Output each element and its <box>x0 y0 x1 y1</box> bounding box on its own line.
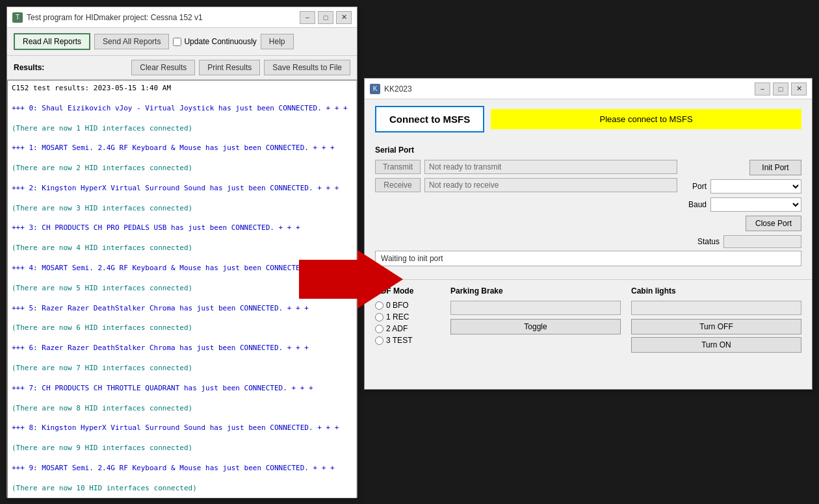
waiting-bar <box>375 251 801 266</box>
results-bar: Results: Clear Results Print Results Sav… <box>7 56 357 80</box>
status-row: Status <box>697 235 801 248</box>
turn-on-button[interactable]: Turn ON <box>631 337 801 353</box>
update-continuously-checkbox[interactable] <box>173 38 181 46</box>
titlebar1: T Test program for HIDmaker project: Ces… <box>7 7 357 28</box>
port-row: Port <box>684 179 801 194</box>
adf-radio-1[interactable] <box>375 313 384 321</box>
parking-brake-input <box>450 301 621 315</box>
close-button1[interactable]: ✕ <box>336 11 352 24</box>
help-button[interactable]: Help <box>261 34 294 49</box>
transmit-button: Transmit <box>375 160 421 174</box>
maximize-button2[interactable]: □ <box>773 82 788 95</box>
titlebar-controls1: − □ ✕ <box>300 11 352 24</box>
toolbar1: Read All Reports Send All Reports Update… <box>7 28 357 56</box>
baud-select[interactable] <box>710 197 801 212</box>
app-icon1: T <box>12 12 23 23</box>
clear-results-button[interactable]: Clear Results <box>131 60 195 75</box>
serial-grid: Transmit Receive Init Port Port <box>375 160 801 248</box>
send-all-reports-button[interactable]: Send All Reports <box>94 34 169 49</box>
results-label: Results: <box>14 63 127 72</box>
receive-status-input <box>424 178 677 192</box>
adf-radio-3[interactable] <box>375 336 384 345</box>
adf-option-1[interactable]: 1 REC <box>375 312 440 321</box>
adf-option-2[interactable]: 2 ADF <box>375 324 440 333</box>
update-continuously-label[interactable]: Update Continuously <box>173 37 256 46</box>
window2-title: KK2023 <box>384 84 755 94</box>
minimize-button2[interactable]: − <box>755 82 770 95</box>
adf-radio-2[interactable] <box>375 325 384 333</box>
serial-port-label: Serial Port <box>375 145 801 155</box>
connect-msfs-button[interactable]: Connect to MSFS <box>375 106 484 132</box>
transmit-status-input <box>424 160 677 174</box>
parking-brake-title: Parking Brake <box>450 286 621 296</box>
bottom-section: ADF Mode 0 BFO1 REC2 ADF3 TEST Parking B… <box>365 279 812 362</box>
cabin-section: Cabin lights Turn OFF Turn ON <box>631 286 801 355</box>
serial-section: Serial Port Transmit Receive Init Port <box>375 145 801 266</box>
titlebar2: K KK2023 − □ ✕ <box>365 79 812 99</box>
update-continuously-text: Update Continuously <box>184 37 256 46</box>
close-port-button[interactable]: Close Port <box>746 216 801 231</box>
titlebar-controls2: − □ ✕ <box>755 82 807 95</box>
baud-label: Baud <box>684 200 707 209</box>
red-arrow <box>299 247 403 312</box>
port-label: Port <box>684 182 707 191</box>
parking-section: Parking Brake Toggle <box>450 286 621 355</box>
connect-row: Connect to MSFS Please connect to MSFS <box>375 106 801 132</box>
receive-row: Receive <box>375 178 677 192</box>
init-port-button[interactable]: Init Port <box>749 160 801 175</box>
adf-option-3[interactable]: 3 TEST <box>375 336 440 345</box>
print-results-button[interactable]: Print Results <box>199 60 260 75</box>
port-select[interactable] <box>710 179 801 194</box>
main-section: Connect to MSFS Please connect to MSFS S… <box>365 99 812 279</box>
save-results-button[interactable]: Save Results to File <box>264 60 350 75</box>
window1-title: Test program for HIDmaker project: Cessn… <box>27 13 300 22</box>
toggle-button[interactable]: Toggle <box>450 319 621 334</box>
msfs-status-bar: Please connect to MSFS <box>491 109 801 129</box>
svg-marker-0 <box>299 250 403 309</box>
read-all-reports-button[interactable]: Read All Reports <box>14 33 90 50</box>
window2: K KK2023 − □ ✕ Connect to MSFS Please co… <box>364 78 812 390</box>
baud-row: Baud <box>684 197 801 212</box>
cabin-lights-input <box>631 301 801 315</box>
close-button2[interactable]: ✕ <box>791 82 807 95</box>
transmit-row: Transmit <box>375 160 677 174</box>
maximize-button1[interactable]: □ <box>318 11 333 24</box>
status-input <box>723 235 801 248</box>
status-label: Status <box>697 237 720 246</box>
receive-button: Receive <box>375 178 421 192</box>
serial-right: Init Port Port Baud Close Port Status <box>684 160 801 248</box>
app-icon2: K <box>370 84 380 94</box>
minimize-button1[interactable]: − <box>300 11 315 24</box>
serial-left: Transmit Receive <box>375 160 677 192</box>
cabin-lights-title: Cabin lights <box>631 286 801 296</box>
turn-off-button[interactable]: Turn OFF <box>631 319 801 334</box>
